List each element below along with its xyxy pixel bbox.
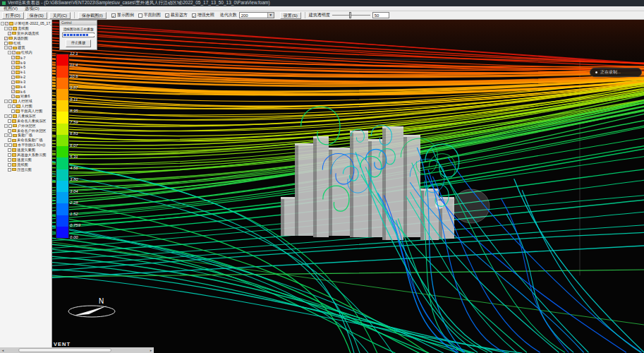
tree-checkbox-unchecked[interactable] bbox=[8, 153, 11, 157]
tree-item[interactable]: ✓k-7 bbox=[0, 55, 51, 60]
tree-item[interactable]: ✓对象6 bbox=[0, 94, 51, 99]
tree-item[interactable]: 未命名户外休憩区 bbox=[0, 128, 51, 133]
tree-checkbox-unchecked[interactable] bbox=[8, 158, 11, 162]
tree-item[interactable]: 速度矢量图 bbox=[0, 148, 51, 152]
settings-button[interactable]: 设置(S) bbox=[280, 12, 301, 19]
scroll-right-arrow-icon[interactable]: ▸ bbox=[148, 347, 154, 353]
tree-checkbox-checked[interactable]: ✓ bbox=[4, 37, 8, 40]
tree-checkbox-checked[interactable]: ✓ bbox=[11, 66, 15, 69]
tree-checkbox-checked[interactable]: ✓ bbox=[11, 85, 15, 89]
tree-checkbox-checked[interactable]: ✓ bbox=[8, 46, 12, 49]
tree-item[interactable]: -户外休憩区 bbox=[0, 124, 51, 128]
tree-item[interactable]: -水平剖面(1.5(m)) bbox=[0, 143, 51, 148]
tree-checkbox-unchecked[interactable] bbox=[8, 129, 11, 133]
tree-item[interactable]: 压强云图 bbox=[0, 167, 51, 172]
tree-item[interactable]: -✓计算结果-2022_05_17_13 bbox=[0, 21, 51, 26]
tree-checkbox-checked[interactable]: ✓ bbox=[11, 56, 15, 59]
tree-checkbox-unchecked[interactable] bbox=[8, 100, 12, 103]
tree-checkbox-checked[interactable]: ✓ bbox=[8, 27, 12, 30]
playback-progress-bar bbox=[62, 32, 95, 37]
tree-checkbox-unchecked[interactable] bbox=[8, 133, 12, 137]
checkbox-unchecked-icon[interactable] bbox=[138, 13, 142, 18]
slider-track[interactable] bbox=[332, 15, 370, 16]
save-button[interactable]: 保存(S) bbox=[26, 12, 47, 19]
tree-checkbox-unchecked[interactable] bbox=[8, 138, 11, 142]
tree-checkbox-checked[interactable]: ✓ bbox=[11, 80, 15, 84]
tree-checkbox-checked[interactable]: ✓ bbox=[11, 61, 15, 64]
tree-item[interactable]: ✓k-6 bbox=[0, 89, 51, 94]
tree-item[interactable]: ✓k-5 bbox=[0, 65, 51, 70]
tree-item[interactable]: -人行区域 bbox=[0, 99, 51, 104]
tree-item[interactable]: -✓建筑 bbox=[0, 45, 51, 50]
horizontal-scrollbar[interactable]: ◂ ▸ bbox=[0, 347, 154, 353]
tree-checkbox-unchecked[interactable] bbox=[8, 124, 12, 128]
iteration-dropdown[interactable]: 200 ▼ bbox=[239, 12, 274, 18]
toolbar-checkbox[interactable]: 平面剖图 bbox=[138, 12, 161, 18]
tree-item[interactable]: -集散广场 bbox=[0, 133, 51, 138]
tree-checkbox-checked[interactable]: ✓ bbox=[11, 90, 15, 93]
tree-expander-icon[interactable]: - bbox=[4, 143, 8, 147]
tree-checkbox-unchecked[interactable] bbox=[8, 168, 11, 172]
stop-playback-button[interactable]: 停止播放 bbox=[66, 40, 91, 47]
close-button[interactable]: 关闭(C) bbox=[49, 12, 71, 19]
tree-expander-icon[interactable]: - bbox=[4, 100, 8, 103]
tree-item[interactable]: ✓风场剖图 bbox=[0, 36, 51, 41]
tree-checkbox-unchecked[interactable] bbox=[8, 119, 11, 123]
tree-checkbox-unchecked[interactable] bbox=[11, 109, 15, 113]
chevron-down-icon[interactable]: ▼ bbox=[267, 13, 274, 18]
toolbar-checkbox[interactable]: ✓增强光照 bbox=[192, 12, 214, 18]
tree-item[interactable]: 流线图 bbox=[0, 162, 51, 167]
tree-expander-icon[interactable]: - bbox=[4, 114, 8, 118]
tree-expander-icon[interactable]: - bbox=[4, 46, 8, 49]
tree-item[interactable]: 速度云图 bbox=[0, 157, 51, 162]
tree-checkbox-unchecked[interactable] bbox=[8, 163, 11, 167]
tree-checkbox-unchecked[interactable] bbox=[8, 114, 12, 118]
tree-item[interactable]: -人行图 bbox=[0, 104, 51, 109]
viewport-3d[interactable]: N 12.111.410.69.879.118.357.596.836.075.… bbox=[52, 20, 644, 353]
tree-item[interactable]: 风速放大系数云图 bbox=[0, 152, 51, 157]
save-screenshot-button[interactable]: 保存截图(I) bbox=[78, 12, 107, 19]
tree-item[interactable]: 平面高人行图 bbox=[0, 109, 51, 114]
tree-checkbox-checked[interactable]: ✓ bbox=[11, 71, 15, 74]
tree-item[interactable]: 未命名集散广场 bbox=[0, 138, 51, 143]
tree-item[interactable]: ✓k-2 bbox=[0, 75, 51, 80]
checkbox-checked-icon[interactable]: ✓ bbox=[111, 13, 116, 18]
scrollbar-thumb[interactable] bbox=[18, 348, 111, 352]
slider-thumb[interactable] bbox=[349, 12, 351, 18]
tree-checkbox-checked[interactable]: ✓ bbox=[5, 22, 8, 25]
tree-expander-icon[interactable]: - bbox=[8, 51, 11, 54]
tree-item[interactable]: -儿童娱乐区 bbox=[0, 114, 51, 119]
tree-item[interactable]: -✓流线图 bbox=[0, 26, 51, 31]
checkbox-checked-icon[interactable]: ✓ bbox=[165, 13, 169, 18]
tree-expander-icon[interactable]: - bbox=[8, 104, 11, 108]
tree-item[interactable]: ✓室外风场流线 bbox=[0, 31, 51, 36]
scroll-left-arrow-icon[interactable]: ◂ bbox=[0, 347, 6, 353]
opacity-slider[interactable] bbox=[332, 12, 370, 18]
tree-expander-icon[interactable]: - bbox=[1, 22, 4, 25]
tree-checkbox-checked[interactable]: ✓ bbox=[8, 32, 11, 35]
open-button[interactable]: 打开(O) bbox=[2, 12, 24, 19]
tree-checkbox-unchecked[interactable] bbox=[12, 104, 16, 108]
tree-expander-icon[interactable]: - bbox=[4, 133, 8, 137]
tree-item[interactable]: ✓k-9 bbox=[0, 60, 51, 65]
tree-expander-icon[interactable]: - bbox=[4, 124, 8, 128]
tree-item[interactable]: ✓k-3 bbox=[0, 80, 51, 85]
opacity-value-field[interactable]: 50 bbox=[372, 12, 389, 18]
tree-checkbox-unchecked[interactable] bbox=[8, 148, 11, 152]
tree-checkbox-checked[interactable]: ✓ bbox=[11, 95, 15, 98]
tree-checkbox-unchecked[interactable] bbox=[8, 143, 12, 147]
toolbar-checkbox[interactable]: ✓显示图例 bbox=[111, 12, 134, 18]
tree-checkbox-checked[interactable]: ✓ bbox=[12, 51, 16, 54]
tree-checkbox-checked[interactable]: ✓ bbox=[11, 76, 15, 79]
tree-expander-icon[interactable]: - bbox=[4, 27, 8, 30]
toolbar-checkbox[interactable]: ✓裁剪远方 bbox=[165, 12, 188, 18]
dialog-title-bar[interactable]: Control bbox=[60, 20, 97, 25]
folder-icon bbox=[13, 143, 17, 147]
checkbox-checked-icon[interactable]: ✓ bbox=[192, 13, 196, 18]
tree-item[interactable]: -✓红线内 bbox=[0, 50, 51, 55]
tree-item[interactable]: ✓k-4 bbox=[0, 85, 51, 90]
tree-item[interactable]: ✓k-1 bbox=[0, 70, 51, 75]
tree-item[interactable]: 未命名儿童娱乐区 bbox=[0, 119, 51, 124]
tree-item[interactable]: 红线 bbox=[0, 41, 51, 46]
tree-checkbox-unchecked[interactable] bbox=[4, 42, 8, 45]
